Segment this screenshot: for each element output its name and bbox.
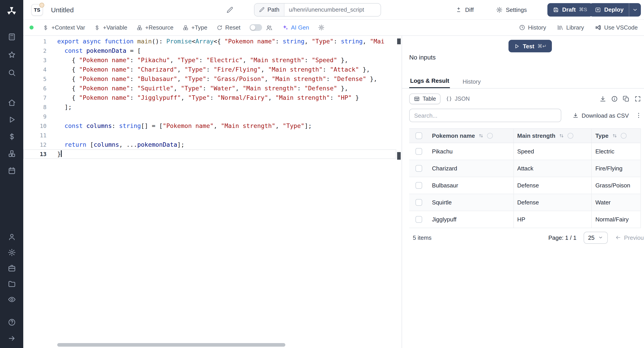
sidebar-item-briefcase[interactable] (6, 262, 17, 273)
filter-circle[interactable] (487, 133, 493, 139)
settings-button[interactable]: Settings (496, 6, 527, 13)
code-line-12[interactable]: 12 return [columns, ...pokemonData]; (23, 140, 396, 150)
table-toggle-label: Table (422, 96, 436, 102)
deploy-button[interactable]: Deploy (590, 3, 629, 16)
sort-icon[interactable] (478, 133, 484, 139)
multiplayer-toggle[interactable] (249, 24, 262, 31)
column-header-main-strength[interactable]: Main strength (513, 129, 591, 143)
previous-page-button[interactable]: Previous (615, 234, 644, 241)
code-line-2[interactable]: 2 const pokemonData = [ (23, 46, 396, 56)
search-input[interactable] (409, 109, 561, 122)
code-line-8[interactable]: 8 ]; (23, 102, 396, 112)
sidebar-item-eye[interactable] (6, 294, 17, 304)
sidebar-item-play[interactable] (6, 114, 17, 125)
draft-label: Draft (562, 6, 576, 13)
row-checkbox[interactable] (415, 182, 422, 189)
table-row[interactable]: SquirtleDefenseWater (409, 194, 640, 211)
ai-gen-button[interactable]: AI Gen (282, 24, 309, 31)
code-line-13[interactable]: 13} (23, 150, 396, 159)
add-resource-button[interactable]: +Resource (136, 24, 173, 31)
code-line-3[interactable]: 3 { "Pokemon name": "Pikachu", "Type": "… (23, 56, 396, 65)
code-line-11[interactable]: 11 (23, 130, 396, 140)
ai-settings-gear-icon[interactable] (318, 24, 325, 31)
code-editor[interactable]: 1export async function main(): Promise<A… (23, 36, 402, 348)
column-label: Main strength (517, 132, 555, 139)
page-size-select[interactable]: 25 (584, 232, 608, 244)
tab-history[interactable]: History (462, 75, 482, 88)
sidebar-item-star[interactable] (6, 49, 17, 60)
row-checkbox[interactable] (415, 148, 422, 155)
column-header-type[interactable]: Type (591, 129, 640, 143)
diff-label: Diff (465, 6, 474, 13)
draft-button[interactable]: Draft ⌘S (548, 3, 592, 16)
table-row[interactable]: BulbasaurDefenseGrass/Poison (409, 177, 640, 194)
code-line-6[interactable]: 6 { "Pokemon name": "Squirtle", "Type": … (23, 84, 396, 93)
history-button[interactable]: History (518, 24, 546, 31)
sidebar-item-gear[interactable] (6, 247, 17, 258)
sort-icon[interactable] (612, 133, 618, 139)
column-header-pokemon-name[interactable]: Pokemon name (428, 129, 513, 143)
sidebar-item-help[interactable] (6, 317, 17, 328)
download-csv-button[interactable]: Download as CSV (572, 112, 629, 119)
table-row[interactable]: JigglypuffHPNormal/Fairy (409, 211, 640, 228)
windmill-app: TS Untitled Path u/henri/unencumbered_sc… (0, 0, 644, 348)
more-options-button[interactable] (635, 112, 642, 119)
sidebar-item-dollar[interactable] (6, 131, 17, 142)
code-line-7[interactable]: 7 { "Pokemon name": "Jigglypuff", "Type"… (23, 93, 396, 102)
expand-result-button[interactable] (634, 95, 641, 102)
path-button[interactable]: Path (254, 3, 284, 16)
ts-label: TS (34, 7, 40, 12)
select-all-checkbox[interactable] (415, 132, 422, 139)
add-type-button[interactable]: +Type (182, 24, 208, 31)
sidebar-item-folder[interactable] (6, 278, 17, 289)
result-info-button[interactable] (611, 95, 618, 102)
code-line-4[interactable]: 4 { "Pokemon name": "Charizard", "Type":… (23, 65, 396, 74)
sidebar-group-admin (6, 231, 17, 304)
edit-summary-icon[interactable] (226, 6, 234, 13)
view-toggle-table[interactable]: Table (409, 94, 440, 104)
sidebar-item-home[interactable] (6, 97, 17, 108)
tab-logs-result[interactable]: Logs & Result (409, 74, 450, 88)
table-cell: Charizard (428, 160, 513, 177)
table-row[interactable]: PikachuSpeedElectric (409, 143, 640, 160)
row-checkbox[interactable] (415, 216, 422, 223)
code-line-9[interactable]: 9 (23, 112, 396, 121)
windmill-logo[interactable] (6, 5, 18, 17)
settings-label: Settings (506, 6, 527, 13)
copy-result-button[interactable] (622, 95, 630, 102)
view-toggle-json[interactable]: JSON (446, 96, 470, 102)
reset-button[interactable]: Reset (216, 24, 240, 31)
table-row[interactable]: CharizardAttackFire/Flying (409, 160, 640, 177)
sidebar-item-user[interactable] (6, 231, 17, 242)
copy-icon (622, 95, 630, 102)
path-value[interactable]: u/henri/unencumbered_script (284, 3, 369, 16)
sidebar-item-arrow-right[interactable] (6, 333, 17, 344)
filter-circle[interactable] (568, 133, 573, 139)
sidebar-item-grid[interactable] (6, 31, 17, 42)
test-button[interactable]: Test ⌘↵ (508, 40, 552, 52)
row-checkbox[interactable] (415, 199, 422, 206)
use-vscode-button[interactable]: Use VSCode (595, 24, 638, 31)
code-line-5[interactable]: 5 { "Pokemon name": "Bulbasaur", "Type":… (23, 74, 396, 84)
table-cell: Bulbasaur (428, 177, 513, 194)
add-variable-button[interactable]: +Variable (94, 24, 128, 31)
reset-label: Reset (225, 24, 240, 31)
code-line-10[interactable]: 10 const columns: string[] = ["Pokemon n… (23, 121, 396, 130)
sidebar-item-search[interactable] (6, 67, 17, 78)
diff-button[interactable]: Diff (455, 6, 474, 13)
add-context-var-button[interactable]: +Context Var (42, 24, 85, 31)
download-result-button[interactable] (599, 95, 606, 102)
sort-icon[interactable] (558, 133, 564, 139)
code-line-1[interactable]: 1export async function main(): Promise<A… (23, 37, 396, 46)
deploy-dropdown-button[interactable] (629, 3, 641, 16)
row-checkbox[interactable] (415, 165, 422, 172)
editor-horizontal-scrollbar[interactable] (57, 343, 285, 347)
search-icon (8, 68, 16, 77)
sidebar-item-blocks[interactable] (6, 148, 17, 159)
library-button[interactable]: Library (557, 24, 584, 31)
filter-circle[interactable] (620, 133, 626, 139)
table-cell: Electric (591, 143, 640, 160)
sidebar-item-calendar[interactable] (6, 165, 17, 176)
column-label: Pokemon name (432, 132, 475, 139)
line-number: 10 (23, 121, 46, 130)
